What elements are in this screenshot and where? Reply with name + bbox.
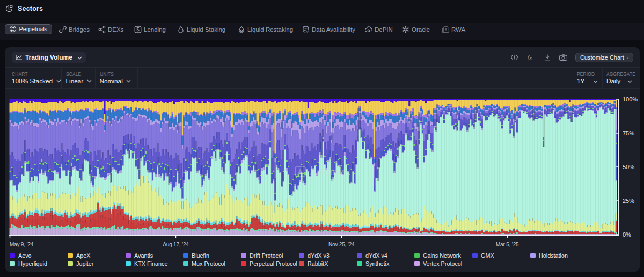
svg-text:Aug 17, ’24: Aug 17, ’24 [163, 242, 189, 247]
svg-text:Artemis: Artemis [310, 166, 347, 177]
svg-text:25%: 25% [623, 198, 634, 204]
svg-text:100%: 100% [623, 96, 638, 103]
svg-text:fx: fx [528, 54, 532, 61]
svg-text:75%: 75% [623, 130, 634, 136]
svg-text:0%: 0% [623, 231, 631, 238]
svg-text:Nov 25, ’24: Nov 25, ’24 [328, 242, 355, 247]
svg-text:May 9, ’24: May 9, ’24 [10, 242, 34, 247]
svg-text:Mar 5, ’25: Mar 5, ’25 [496, 242, 519, 247]
svg-text:50%: 50% [623, 164, 634, 170]
